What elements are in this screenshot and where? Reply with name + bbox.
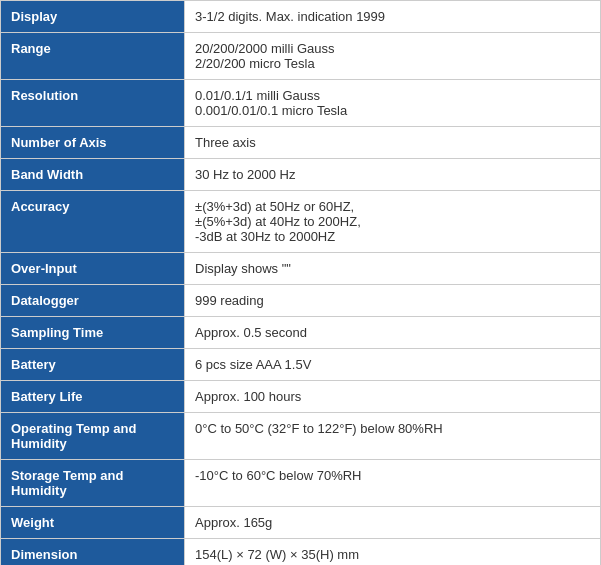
spec-label: Band Width <box>1 159 185 191</box>
spec-value: 6 pcs size AAA 1.5V <box>185 349 601 381</box>
spec-label: Battery Life <box>1 381 185 413</box>
table-row: Over-InputDisplay shows "" <box>1 253 601 285</box>
table-row: Operating Temp and Humidity0°C to 50°C (… <box>1 413 601 460</box>
table-row: Dimension154(L) × 72 (W) × 35(H) mm <box>1 539 601 566</box>
spec-label: Weight <box>1 507 185 539</box>
table-row: Accuracy±(3%+3d) at 50Hz or 60HZ,±(5%+3d… <box>1 191 601 253</box>
table-row: Battery LifeApprox. 100 hours <box>1 381 601 413</box>
table-row: Sampling TimeApprox. 0.5 second <box>1 317 601 349</box>
spec-value: Display shows "" <box>185 253 601 285</box>
table-row: Datalogger999 reading <box>1 285 601 317</box>
spec-label: Resolution <box>1 80 185 127</box>
specs-table: Display3-1/2 digits. Max. indication 199… <box>0 0 601 565</box>
spec-label: Battery <box>1 349 185 381</box>
spec-label: Number of Axis <box>1 127 185 159</box>
table-row: Band Width30 Hz to 2000 Hz <box>1 159 601 191</box>
spec-value: ±(3%+3d) at 50Hz or 60HZ,±(5%+3d) at 40H… <box>185 191 601 253</box>
spec-label: Storage Temp and Humidity <box>1 460 185 507</box>
spec-value: 999 reading <box>185 285 601 317</box>
spec-value: Approx. 165g <box>185 507 601 539</box>
table-row: Storage Temp and Humidity-10°C to 60°C b… <box>1 460 601 507</box>
table-row: Display3-1/2 digits. Max. indication 199… <box>1 1 601 33</box>
spec-label: Range <box>1 33 185 80</box>
spec-value: Three axis <box>185 127 601 159</box>
spec-label: Sampling Time <box>1 317 185 349</box>
spec-value: Approx. 0.5 second <box>185 317 601 349</box>
spec-label: Over-Input <box>1 253 185 285</box>
spec-value: 0°C to 50°C (32°F to 122°F) below 80%RH <box>185 413 601 460</box>
spec-value: 3-1/2 digits. Max. indication 1999 <box>185 1 601 33</box>
spec-label: Display <box>1 1 185 33</box>
spec-label: Datalogger <box>1 285 185 317</box>
spec-value: 154(L) × 72 (W) × 35(H) mm <box>185 539 601 566</box>
table-row: Resolution0.01/0.1/1 milli Gauss0.001/0.… <box>1 80 601 127</box>
spec-value: 30 Hz to 2000 Hz <box>185 159 601 191</box>
table-row: WeightApprox. 165g <box>1 507 601 539</box>
table-row: Battery6 pcs size AAA 1.5V <box>1 349 601 381</box>
spec-value: 20/200/2000 milli Gauss2/20/200 micro Te… <box>185 33 601 80</box>
table-row: Number of AxisThree axis <box>1 127 601 159</box>
spec-value: -10°C to 60°C below 70%RH <box>185 460 601 507</box>
spec-label: Operating Temp and Humidity <box>1 413 185 460</box>
table-row: Range20/200/2000 milli Gauss2/20/200 mic… <box>1 33 601 80</box>
spec-value: 0.01/0.1/1 milli Gauss0.001/0.01/0.1 mic… <box>185 80 601 127</box>
spec-value: Approx. 100 hours <box>185 381 601 413</box>
spec-label: Dimension <box>1 539 185 566</box>
spec-label: Accuracy <box>1 191 185 253</box>
